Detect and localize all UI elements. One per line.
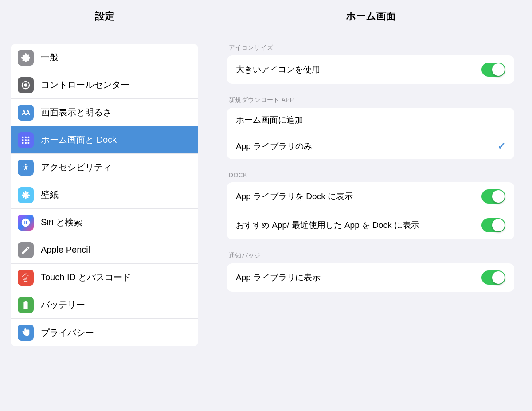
svg-rect-11	[28, 139, 30, 141]
sidebar-item-touch-id[interactable]: Touch ID とパスコード	[11, 264, 198, 291]
gear-icon	[18, 50, 34, 66]
grid-icon	[18, 132, 34, 148]
toggle-show-library-dock[interactable]	[481, 189, 505, 204]
svg-point-0	[24, 83, 27, 86]
svg-rect-5	[28, 85, 30, 86]
section-badge-label: 通知バッジ	[229, 252, 514, 260]
row-show-library-dock-label: App ライブラリを Dock に表示	[236, 191, 481, 202]
row-add-home-label: ホーム画面に追加	[236, 115, 505, 126]
sidebar-item-battery[interactable]: バッテリー	[11, 291, 198, 319]
svg-rect-14	[28, 142, 30, 144]
flower-icon	[18, 187, 34, 203]
toggle-show-library-badge[interactable]	[481, 270, 505, 285]
sidebar-item-control-center-label: コントロールセンター	[41, 79, 129, 91]
sidebar-item-privacy-label: プライバシー	[41, 327, 94, 339]
section-icon-size-label: アイコンサイズ	[229, 44, 514, 52]
main-panel: ホーム画面 アイコンサイズ 大きいアイコンを使用 新規ダウンロード APP ホー…	[209, 0, 532, 411]
svg-point-15	[25, 163, 27, 165]
main-content: アイコンサイズ 大きいアイコンを使用 新規ダウンロード APP ホーム画面に追加…	[209, 31, 532, 317]
sidebar-item-accessibility-label: アクセシビリティ	[41, 161, 112, 173]
sidebar-item-privacy[interactable]: プライバシー	[11, 319, 198, 346]
svg-rect-3	[25, 88, 26, 89]
sidebar-item-accessibility[interactable]: アクセシビリティ	[11, 154, 198, 181]
row-app-library-only[interactable]: App ライブラリのみ ✓	[227, 133, 514, 159]
svg-rect-6	[22, 136, 24, 138]
sidebar-item-battery-label: バッテリー	[41, 299, 85, 311]
row-app-library-only-label: App ライブラリのみ	[236, 141, 497, 152]
pencil-icon	[18, 242, 34, 258]
sidebar-item-siri-label: Siri と検索	[41, 216, 82, 228]
svg-rect-7	[25, 136, 27, 138]
settings-group-badge: App ライブラリに表示	[227, 263, 514, 292]
svg-rect-10	[25, 139, 27, 141]
section-new-download-label: 新規ダウンロード APP	[229, 96, 514, 104]
sidebar: 設定 一般	[0, 0, 209, 411]
battery-icon	[18, 297, 34, 313]
accessibility-icon	[18, 160, 34, 176]
toggle-large-icons-knob	[492, 63, 505, 76]
sidebar-item-home-dock-label: ホーム画面と Dock	[41, 134, 117, 146]
toggle-show-suggested-dock-knob	[492, 219, 505, 231]
toggle-show-suggested-dock[interactable]	[481, 218, 505, 232]
row-large-icons[interactable]: 大きいアイコンを使用	[227, 55, 514, 84]
row-show-library-badge-label: App ライブラリに表示	[236, 272, 481, 283]
sidebar-item-control-center[interactable]: コントロールセンター	[11, 71, 198, 99]
checkmark-icon: ✓	[497, 141, 505, 152]
settings-group-new-download: ホーム画面に追加 App ライブラリのみ ✓	[227, 108, 514, 159]
sidebar-item-general[interactable]: 一般	[11, 44, 198, 71]
sidebar-item-wallpaper-label: 壁紙	[41, 189, 59, 201]
row-large-icons-label: 大きいアイコンを使用	[236, 64, 481, 75]
siri-icon	[18, 215, 34, 231]
settings-group-icon-size: 大きいアイコンを使用	[227, 55, 514, 84]
sidebar-item-wallpaper[interactable]: 壁紙	[11, 181, 198, 209]
sidebar-title: 設定	[0, 0, 209, 31]
svg-rect-8	[28, 136, 30, 138]
row-show-suggested-dock[interactable]: おすすめ App/ 最近使用した App を Dock に表示	[227, 211, 514, 239]
row-show-library-dock[interactable]: App ライブラリを Dock に表示	[227, 182, 514, 211]
fingerprint-icon	[18, 270, 34, 286]
main-title: ホーム画面	[209, 0, 532, 31]
sidebar-item-siri[interactable]: Siri と検索	[11, 209, 198, 236]
row-show-suggested-dock-label: おすすめ App/ 最近使用した App を Dock に表示	[236, 220, 481, 231]
section-dock-label: DOCK	[229, 172, 514, 179]
sidebar-item-home-dock[interactable]: ホーム画面と Dock	[11, 126, 198, 154]
svg-rect-2	[25, 81, 26, 82]
svg-rect-13	[25, 142, 27, 144]
toggle-large-icons[interactable]	[481, 63, 505, 77]
row-show-library-badge[interactable]: App ライブラリに表示	[227, 263, 514, 292]
sliders-icon	[18, 77, 34, 93]
sidebar-item-general-label: 一般	[41, 51, 59, 63]
sidebar-item-apple-pencil-label: Apple Pencil	[41, 245, 90, 255]
sidebar-item-display[interactable]: AA 画面表示と明るさ	[11, 99, 198, 126]
sidebar-item-touch-id-label: Touch ID とパスコード	[41, 271, 131, 283]
svg-rect-4	[22, 85, 23, 86]
settings-group-dock: App ライブラリを Dock に表示 おすすめ App/ 最近使用した App…	[227, 182, 514, 239]
svg-rect-12	[22, 142, 24, 144]
sidebar-item-apple-pencil[interactable]: Apple Pencil	[11, 236, 198, 264]
svg-rect-9	[22, 139, 24, 141]
row-add-home[interactable]: ホーム画面に追加	[227, 108, 514, 133]
toggle-show-library-badge-knob	[492, 271, 505, 284]
hand-icon	[18, 325, 34, 341]
toggle-show-library-dock-knob	[492, 190, 505, 203]
sidebar-list: 一般 コントロールセンター AA 画面表示と明るさ	[11, 44, 198, 346]
sidebar-item-display-label: 画面表示と明るさ	[41, 106, 112, 118]
aa-icon: AA	[18, 105, 34, 121]
